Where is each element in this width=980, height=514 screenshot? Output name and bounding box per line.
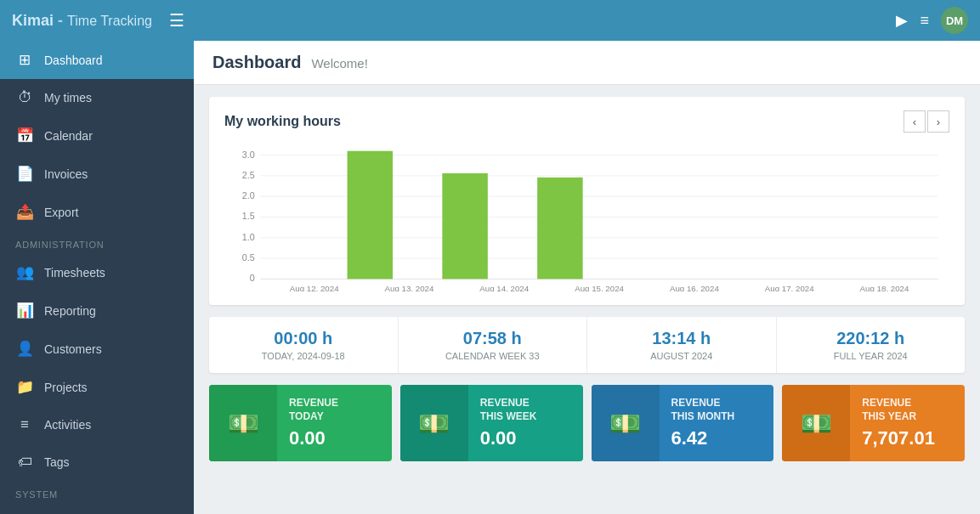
- chart-navigation: ‹ ›: [904, 110, 949, 133]
- svg-text:Aug 14, 2024: Aug 14, 2024: [479, 284, 529, 291]
- menu-toggle-icon[interactable]: ☰: [169, 10, 184, 31]
- revenue-today-icon: 💵: [209, 385, 277, 461]
- revenue-year-info: REVENUETHIS YEAR 7,707.01: [850, 387, 965, 459]
- sidebar-item-tags[interactable]: 🏷 Tags: [0, 443, 194, 481]
- sidebar-label-reporting: Reporting: [44, 304, 96, 318]
- revenue-today-card: 💵 REVENUETODAY 0.00: [209, 385, 392, 461]
- svg-text:1.5: 1.5: [242, 211, 255, 221]
- revenue-month-icon: 💵: [592, 385, 660, 461]
- svg-text:3.0: 3.0: [242, 150, 255, 160]
- sidebar-item-dashboard[interactable]: ⊞ Dashboard: [0, 41, 194, 79]
- chart-next-button[interactable]: ›: [927, 110, 949, 133]
- bar-aug15: [537, 178, 582, 280]
- sidebar-item-my-times[interactable]: ⏱ My times: [0, 79, 194, 116]
- svg-text:2.5: 2.5: [242, 170, 255, 180]
- list-icon[interactable]: ≡: [920, 12, 929, 30]
- revenue-row: 💵 REVENUETODAY 0.00 💵 REVENUETHIS WEEK 0…: [209, 385, 965, 461]
- stat-month-value: 13:14 h: [603, 329, 761, 348]
- revenue-today-value: 0.00: [289, 427, 380, 449]
- revenue-today-label: REVENUETODAY: [289, 397, 380, 423]
- bar-chart: 0 0.5 1.0 1.5 2.0 2.5 3.0: [224, 143, 949, 295]
- stat-year: 220:12 h FULL YEAR 2024: [777, 317, 966, 373]
- sidebar-label-activities: Activities: [44, 418, 91, 432]
- chart-prev-button[interactable]: ‹: [904, 110, 926, 133]
- stat-month-label: AUGUST 2024: [603, 351, 761, 361]
- revenue-week-info: REVENUETHIS WEEK 0.00: [468, 387, 583, 459]
- content-area: My working hours ‹ › 0 0.5 1.0 1.5 2.0 2: [194, 85, 980, 514]
- reporting-icon: 📊: [15, 302, 34, 319]
- revenue-month-info: REVENUETHIS MONTH 6.42: [660, 387, 774, 459]
- sidebar-label-projects: Projects: [44, 381, 88, 394]
- stat-year-label: FULL YEAR 2024: [792, 351, 950, 361]
- bar-aug13: [348, 151, 393, 280]
- sidebar-item-customers[interactable]: 👤 Customers: [0, 330, 194, 368]
- app-header: Kimai - Time Tracking ☰ ▶ ≡ DM: [0, 0, 980, 41]
- play-icon[interactable]: ▶: [896, 11, 908, 30]
- activities-icon: ≡: [15, 416, 34, 433]
- tags-icon: 🏷: [15, 454, 34, 471]
- revenue-week-label: REVENUETHIS WEEK: [480, 397, 571, 423]
- stat-month: 13:14 h AUGUST 2024: [587, 317, 777, 373]
- stat-today-label: TODAY, 2024-09-18: [224, 351, 382, 361]
- revenue-week-card: 💵 REVENUETHIS WEEK 0.00: [400, 385, 583, 461]
- svg-text:Aug 16, 2024: Aug 16, 2024: [670, 284, 719, 291]
- sidebar-label-tags: Tags: [44, 455, 70, 469]
- svg-text:Aug 17, 2024: Aug 17, 2024: [765, 284, 814, 291]
- revenue-month-value: 6.42: [671, 427, 762, 449]
- avatar[interactable]: DM: [941, 7, 968, 34]
- chart-card: My working hours ‹ › 0 0.5 1.0 1.5 2.0 2: [209, 97, 965, 305]
- header-right: ▶ ≡ DM: [896, 7, 968, 34]
- svg-text:Aug 18, 2024: Aug 18, 2024: [860, 284, 909, 291]
- sidebar-label-my-times: My times: [44, 91, 92, 104]
- revenue-week-value: 0.00: [480, 427, 571, 449]
- invoice-icon: 📄: [15, 165, 34, 183]
- revenue-week-icon: 💵: [400, 385, 468, 461]
- header-left: Kimai - Time Tracking ☰: [12, 10, 184, 31]
- svg-text:0.5: 0.5: [242, 252, 255, 263]
- svg-text:1.0: 1.0: [242, 232, 255, 242]
- svg-text:Aug 12, 2024: Aug 12, 2024: [290, 284, 339, 291]
- revenue-year-card: 💵 REVENUETHIS YEAR 7,707.01: [782, 385, 965, 461]
- page-title: Dashboard: [212, 53, 301, 72]
- stat-year-value: 220:12 h: [792, 329, 950, 348]
- main-content: Dashboard Welcome! My working hours ‹ › …: [194, 41, 980, 514]
- system-section-label: System: [0, 481, 194, 503]
- app-title: Kimai - Time Tracking: [12, 12, 152, 30]
- chart-header: My working hours ‹ ›: [224, 110, 949, 133]
- stat-today-value: 00:00 h: [224, 329, 382, 348]
- sidebar-item-projects[interactable]: 📁 Projects: [0, 368, 194, 406]
- revenue-year-icon: 💵: [782, 385, 850, 461]
- svg-text:2.0: 2.0: [242, 190, 255, 201]
- sidebar-item-calendar[interactable]: 📅 Calendar: [0, 116, 194, 155]
- layout: ⊞ Dashboard ⏱ My times 📅 Calendar 📄 Invo…: [0, 41, 980, 514]
- chart-title: My working hours: [224, 114, 341, 129]
- sidebar: ⊞ Dashboard ⏱ My times 📅 Calendar 📄 Invo…: [0, 41, 194, 514]
- chart-svg: 0 0.5 1.0 1.5 2.0 2.5 3.0: [224, 143, 949, 291]
- page-subtitle: Welcome!: [311, 56, 367, 71]
- sidebar-item-invoices[interactable]: 📄 Invoices: [0, 155, 194, 193]
- sidebar-label-calendar: Calendar: [44, 129, 93, 143]
- revenue-year-value: 7,707.01: [862, 427, 953, 449]
- admin-section-label: Administration: [0, 231, 194, 253]
- page-header: Dashboard Welcome!: [194, 41, 980, 85]
- sidebar-item-reporting[interactable]: 📊 Reporting: [0, 291, 194, 330]
- timesheets-icon: 👥: [15, 263, 34, 281]
- revenue-month-card: 💵 REVENUETHIS MONTH 6.42: [592, 385, 774, 461]
- svg-text:Aug 13, 2024: Aug 13, 2024: [385, 284, 434, 291]
- bar-aug14: [442, 173, 487, 279]
- dashboard-icon: ⊞: [15, 51, 34, 69]
- stats-row: 00:00 h TODAY, 2024-09-18 07:58 h CALEND…: [209, 317, 965, 373]
- revenue-year-label: REVENUETHIS YEAR: [862, 397, 953, 423]
- stat-week-label: CALENDAR WEEK 33: [414, 351, 572, 361]
- stat-week-value: 07:58 h: [414, 329, 572, 348]
- sidebar-item-export[interactable]: 📤 Export: [0, 193, 194, 231]
- revenue-today-info: REVENUETODAY 0.00: [277, 387, 392, 459]
- stat-today: 00:00 h TODAY, 2024-09-18: [209, 317, 399, 373]
- sidebar-item-activities[interactable]: ≡ Activities: [0, 406, 194, 443]
- svg-text:Aug 15, 2024: Aug 15, 2024: [575, 284, 624, 291]
- sidebar-label-invoices: Invoices: [44, 167, 88, 181]
- sidebar-item-timesheets[interactable]: 👥 Timesheets: [0, 253, 194, 291]
- revenue-month-label: REVENUETHIS MONTH: [671, 397, 762, 423]
- sidebar-label-customers: Customers: [44, 342, 102, 356]
- stat-week: 07:58 h CALENDAR WEEK 33: [399, 317, 588, 373]
